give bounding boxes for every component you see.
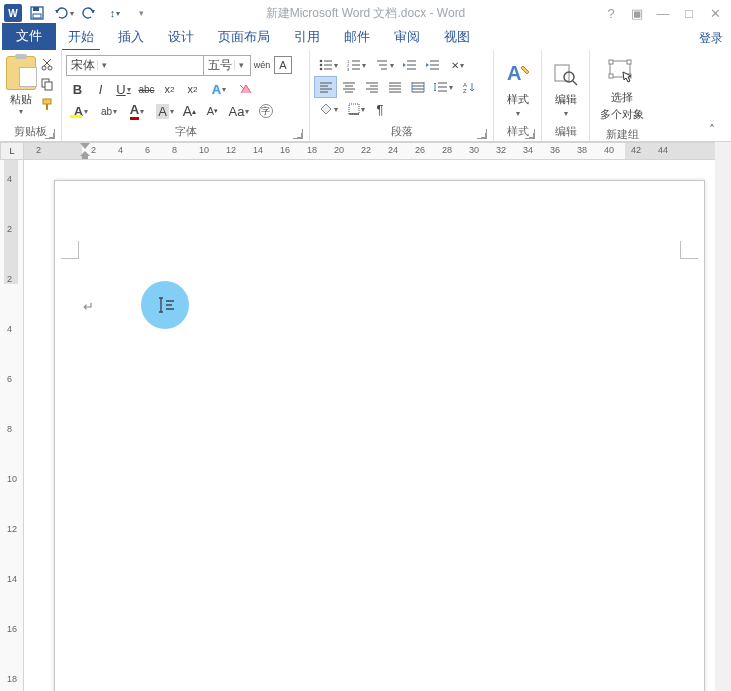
minimize-button[interactable]: — [651,3,675,23]
horizontal-ruler[interactable]: 2246810121416182022242628303234363840424… [24,142,715,160]
svg-text:Z: Z [463,88,467,93]
text-effects-button[interactable]: A▾ [204,78,234,100]
svg-point-9 [319,60,322,63]
dropdown-icon[interactable]: ▾ [564,109,568,118]
first-line-indent-marker[interactable] [80,143,90,149]
dropdown-icon[interactable]: ▾ [234,60,248,70]
char-border-button[interactable]: A [274,56,292,74]
text-highlight-button[interactable]: A▾ [66,100,96,122]
tab-file[interactable]: 文件 [2,23,56,50]
borders-button[interactable]: ▾ [342,98,370,120]
dropdown-icon[interactable]: ▾ [97,60,111,70]
qat-customize-button[interactable]: ▾ [130,2,152,24]
shrink-font-button[interactable]: A▾ [201,100,224,122]
dropdown-icon[interactable]: ▾ [70,9,74,18]
dropdown-icon[interactable]: ▾ [516,109,520,118]
tab-review[interactable]: 审阅 [382,25,432,50]
vertical-scrollbar[interactable] [715,142,731,691]
format-painter-button[interactable] [37,94,57,114]
tab-insert[interactable]: 插入 [106,25,156,50]
asian-layout-button[interactable]: ✕▾ [444,54,470,76]
redo-button[interactable] [78,2,100,24]
underline-button[interactable]: U▾ [112,78,135,100]
tab-layout[interactable]: 页面布局 [206,25,282,50]
bullets-button[interactable]: ▾ [314,54,342,76]
ribbon-display-button[interactable]: ▣ [625,3,649,23]
align-justify-button[interactable] [383,76,406,98]
align-right-button[interactable] [360,76,383,98]
line-spacing-button[interactable]: ▾ [429,76,457,98]
paste-button[interactable]: 粘贴 ▾ [4,52,37,123]
font-color-button[interactable]: A▾ [122,100,152,122]
numbering-button[interactable]: 123▾ [342,54,370,76]
paragraph-launcher[interactable] [477,129,487,139]
bold-button[interactable]: B [66,78,89,100]
dropdown-icon[interactable]: ▾ [19,107,23,116]
hanging-indent-marker[interactable] [80,151,90,159]
font-launcher[interactable] [293,129,303,139]
clear-format-button[interactable] [234,78,257,100]
dec-indent-button[interactable] [398,54,421,76]
strike-button[interactable]: abc [135,78,158,100]
align-distribute-button[interactable] [406,76,429,98]
superscript-button[interactable]: x2 [181,78,204,100]
sort-button[interactable]: AZ [457,76,480,98]
cut-button[interactable] [37,54,57,74]
inc-indent-button[interactable] [421,54,444,76]
phonetic-guide-button[interactable]: wén [252,55,272,75]
document-area[interactable]: ↵ [24,160,715,691]
tab-mailings[interactable]: 邮件 [332,25,382,50]
svg-rect-2 [33,14,41,18]
styles-button[interactable]: A 样式 ▾ [498,52,537,123]
page[interactable]: ↵ [54,180,705,691]
clipboard-launcher[interactable] [45,129,55,139]
highlight-underline-button[interactable]: ab▾ [96,100,122,122]
select-objects-button[interactable]: 选择 多个对象 [594,52,650,126]
tab-home[interactable]: 开始 [56,25,106,50]
svg-point-3 [42,66,46,70]
grow-font-button[interactable]: A▴ [178,100,201,122]
restore-button[interactable]: □ [677,3,701,23]
find-icon [550,58,582,90]
select-icon [606,56,638,88]
font-size-combo[interactable]: 五号▾ [203,55,251,76]
svg-rect-22 [609,60,613,64]
ribbon-tabs: 文件 开始 插入 设计 页面布局 引用 邮件 审阅 视图 登录 [0,26,731,50]
tab-view[interactable]: 视图 [432,25,482,50]
show-marks-button[interactable]: ¶ [370,98,390,120]
enclose-char-button[interactable]: 字 [254,100,277,122]
styles-launcher[interactable] [525,129,535,139]
svg-rect-7 [43,99,51,104]
copy-button[interactable] [37,74,57,94]
multilevel-button[interactable]: ▾ [370,54,398,76]
close-button[interactable]: ✕ [703,3,727,23]
shading-button[interactable]: ▾ [314,98,342,120]
change-case-button[interactable]: Aa▾ [224,100,254,122]
align-center-button[interactable] [337,76,360,98]
subscript-button[interactable]: x2 [158,78,181,100]
group-font: 宋体▾ 五号▾ wén A B I U▾ abc x2 x2 A▾ A▾ ab▾… [62,50,310,141]
word-app-icon[interactable]: W [4,4,22,22]
undo-button[interactable]: ▾ [52,2,74,24]
help-button[interactable]: ? [599,3,623,23]
margin-corner-tl [61,241,79,259]
login-link[interactable]: 登录 [699,30,723,47]
tab-selector[interactable]: L [0,142,24,160]
touch-mode-button[interactable]: ↕▾ [104,2,126,24]
font-name-combo[interactable]: 宋体▾ [66,55,204,76]
char-shading-button[interactable]: A▾ [152,100,178,122]
vertical-ruler[interactable]: 4224681012141618 [0,160,24,691]
collapse-ribbon-button[interactable]: ˄ [709,123,725,137]
svg-rect-17 [349,104,359,114]
align-left-button[interactable] [314,76,337,98]
save-button[interactable] [26,2,48,24]
group-label-styles: 样式 [498,123,537,141]
tab-design[interactable]: 设计 [156,25,206,50]
editing-button[interactable]: 编辑 ▾ [546,52,585,123]
styles-label: 样式 [507,92,529,107]
italic-button[interactable]: I [89,78,112,100]
group-label-editing: 编辑 [546,123,585,141]
qat: W ▾ ↕▾ ▾ [0,2,152,24]
paragraph-mark: ↵ [83,299,94,314]
tab-references[interactable]: 引用 [282,25,332,50]
